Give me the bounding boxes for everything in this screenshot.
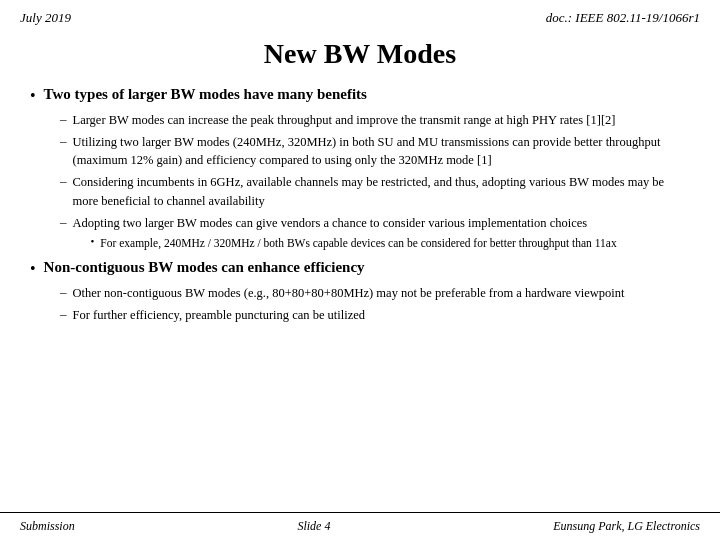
footer-left: Submission bbox=[20, 519, 75, 534]
main-bullet-1: • Two types of larger BW modes have many… bbox=[30, 86, 690, 105]
sub-bullet-1-1: – Larger BW modes can increase the peak … bbox=[60, 111, 690, 129]
sub-text-2-2: For further efficiency, preamble punctur… bbox=[73, 306, 366, 324]
dash-1-1: – bbox=[60, 111, 67, 127]
sub-sub-bullets-1: • For example, 240MHz / 320MHz / both BW… bbox=[91, 235, 617, 251]
sub-sub-bullet-1: • For example, 240MHz / 320MHz / both BW… bbox=[91, 235, 617, 251]
sub-bullet-1-3: – Considering incumbents in 6GHz, availa… bbox=[60, 173, 690, 209]
title-section: New BW Modes bbox=[0, 30, 720, 82]
main-bullet-2: • Non-contiguous BW modes can enhance ef… bbox=[30, 259, 690, 278]
small-bullet-1: • bbox=[91, 235, 95, 247]
sub-text-1-3: Considering incumbents in 6GHz, availabl… bbox=[73, 173, 691, 209]
bullet-dot-2: • bbox=[30, 260, 36, 278]
sub-bullet-1-2: – Utilizing two larger BW modes (240MHz,… bbox=[60, 133, 690, 169]
sub-bullet-1-4: – Adopting two larger BW modes can give … bbox=[60, 214, 690, 253]
sub-text-2-1: Other non-contiguous BW modes (e.g., 80+… bbox=[73, 284, 625, 302]
sub-sub-text-1: For example, 240MHz / 320MHz / both BWs … bbox=[100, 235, 616, 251]
slide: July 2019 doc.: IEEE 802.11-19/1066r1 Ne… bbox=[0, 0, 720, 540]
sub-text-1-1: Larger BW modes can increase the peak th… bbox=[73, 111, 616, 129]
dash-2-1: – bbox=[60, 284, 67, 300]
slide-title: New BW Modes bbox=[264, 38, 456, 69]
content-area: • Two types of larger BW modes have many… bbox=[0, 82, 720, 512]
sub-bullet-2-2: – For further efficiency, preamble punct… bbox=[60, 306, 690, 324]
dash-2-2: – bbox=[60, 306, 67, 322]
sub-text-1-2: Utilizing two larger BW modes (240MHz, 3… bbox=[73, 133, 691, 169]
sub-bullets-2: – Other non-contiguous BW modes (e.g., 8… bbox=[60, 284, 690, 324]
dash-1-3: – bbox=[60, 173, 67, 189]
sub-text-1-4: Adopting two larger BW modes can give ve… bbox=[73, 216, 588, 230]
main-bullet-1-text: Two types of larger BW modes have many b… bbox=[44, 86, 367, 103]
main-bullet-2-text: Non-contiguous BW modes can enhance effi… bbox=[44, 259, 365, 276]
header-date: July 2019 bbox=[20, 10, 71, 26]
header: July 2019 doc.: IEEE 802.11-19/1066r1 bbox=[0, 0, 720, 30]
dash-1-4: – bbox=[60, 214, 67, 230]
footer-center: Slide 4 bbox=[297, 519, 330, 534]
header-doc: doc.: IEEE 802.11-19/1066r1 bbox=[546, 10, 700, 26]
footer: Submission Slide 4 Eunsung Park, LG Elec… bbox=[0, 512, 720, 540]
sub-bullet-1-4-content: Adopting two larger BW modes can give ve… bbox=[73, 214, 617, 253]
footer-right: Eunsung Park, LG Electronics bbox=[553, 519, 700, 534]
sub-bullets-1: – Larger BW modes can increase the peak … bbox=[60, 111, 690, 253]
sub-bullet-2-1: – Other non-contiguous BW modes (e.g., 8… bbox=[60, 284, 690, 302]
dash-1-2: – bbox=[60, 133, 67, 149]
bullet-dot-1: • bbox=[30, 87, 36, 105]
